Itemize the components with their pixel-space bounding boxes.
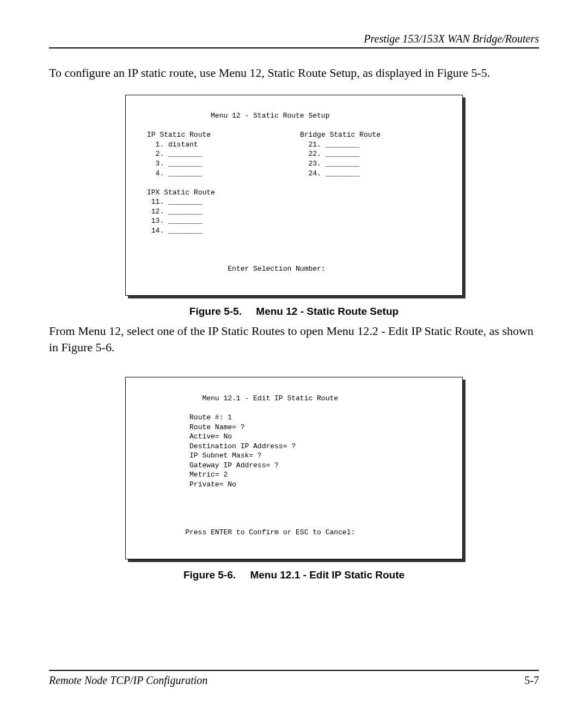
footer-line: Remote Node TCP/IP Configuration 5-7: [49, 670, 539, 687]
field-row-6: Gateway IP Address= ?: [126, 461, 279, 469]
figure-5-5-title: Menu 12 - Static Route Setup: [256, 306, 399, 317]
figure-5-6-caption: Figure 5-6. Menu 12.1 - Edit IP Static R…: [49, 569, 539, 581]
menu121-prompt-row: Press ENTER to Confirm or ESC to Cancel:: [126, 528, 355, 536]
menu12-prompt-row: Enter Selection Number:: [126, 265, 326, 273]
paragraph-intro-1: To configure an IP static route, use Men…: [49, 65, 539, 81]
field-row-2: Route Name= ?: [126, 423, 244, 431]
ip-static-header-row: IP Static Route Bridge Static Route: [126, 131, 381, 139]
figure-5-6-title: Menu 12.1 - Edit IP Static Route: [250, 569, 405, 581]
ipx-row-1: 11. ________: [126, 198, 202, 206]
ipx-row-4: 14. ________: [126, 227, 202, 235]
route-row-3: 3. ________ 23. ________: [126, 160, 359, 168]
route-row-4: 4. ________ 24. ________: [126, 169, 359, 178]
menu12-title-line: Menu 12 - Static Route Setup: [126, 112, 329, 120]
field-row-5: IP Subnet Mask= ?: [126, 451, 262, 460]
field-row-1: Route #: 1: [126, 413, 232, 422]
footer-page-number: 5-7: [524, 674, 539, 687]
page: Prestige 153/153X WAN Bridge/Routers To …: [0, 0, 588, 714]
header-title: Prestige 153/153X WAN Bridge/Routers: [49, 33, 539, 47]
footer-left: Remote Node TCP/IP Configuration: [49, 674, 207, 687]
figure-5-5-caption: Figure 5-5. Menu 12 - Static Route Setup: [49, 306, 539, 318]
ipx-row-2: 12. ________: [126, 208, 202, 216]
field-row-8: Private= No: [126, 480, 236, 489]
terminal-menu-12-1: Menu 12.1 - Edit IP Static Route Route #…: [125, 377, 463, 559]
menu121-title-line: Menu 12.1 - Edit IP Static Route: [126, 394, 338, 402]
ipx-row-3: 13. ________: [126, 217, 202, 225]
route-row-1: 1. distant 21. ________: [126, 141, 359, 149]
route-row-2: 2. ________ 22. ________: [126, 150, 359, 158]
running-header: Prestige 153/153X WAN Bridge/Routers: [49, 33, 539, 48]
field-row-7: Metric= 2: [126, 471, 228, 479]
footer: Remote Node TCP/IP Configuration 5-7: [49, 670, 539, 687]
field-row-4: Destination IP Address= ?: [126, 442, 296, 450]
field-row-3: Active= No: [126, 432, 232, 441]
paragraph-intro-2: From Menu 12, select one of the IP Stati…: [49, 323, 539, 355]
terminal-menu-12: Menu 12 - Static Route Setup IP Static R…: [125, 95, 463, 296]
figure-5-6-label: Figure 5-6.: [183, 569, 236, 581]
ipx-header-row: IPX Static Route: [126, 188, 215, 197]
figure-5-5-label: Figure 5-5.: [189, 306, 242, 317]
